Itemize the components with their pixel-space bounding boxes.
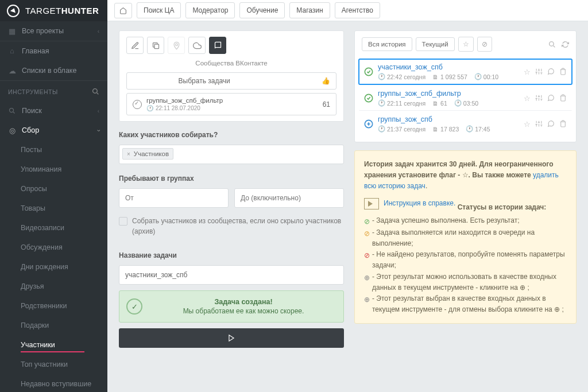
status-done-icon: ⊘: [364, 216, 370, 227]
grid-icon: ▦: [8, 27, 16, 35]
to-input[interactable]: [234, 188, 344, 208]
history-item-title[interactable]: участники_зож_спб: [378, 63, 519, 71]
sidebar-home-label: Главная: [22, 47, 49, 55]
main: Поиск ЦА Модератор Обучение Магазин Аген…: [107, 0, 588, 392]
edit-icon[interactable]: [126, 37, 144, 54]
sidebar-tool-collect[interactable]: ◎ Сбор ‹: [0, 121, 107, 140]
topnav-agency[interactable]: Агентство: [335, 2, 380, 18]
sidebar-tools-header: ИНСТРУМЕНТЫ: [0, 81, 107, 101]
topnav-moderator[interactable]: Модератор: [185, 2, 235, 18]
trash-icon[interactable]: [559, 120, 567, 129]
topnav-training[interactable]: Обучение: [239, 2, 285, 18]
chat-icon[interactable]: [547, 94, 555, 103]
sliders-icon[interactable]: [535, 120, 543, 129]
history-tab-all[interactable]: Вся история: [362, 37, 412, 51]
history-item[interactable]: участники_зож_спб🕐22:42 сегодня🗎1 092 55…: [358, 59, 572, 85]
trash-icon[interactable]: [559, 94, 567, 103]
selected-task-row[interactable]: группы_зож_спб_фильтр 🕐22:11 28.07.2020 …: [126, 93, 336, 115]
select-tasks-button[interactable]: Выбрать задачи 👍: [126, 72, 336, 90]
sliders-icon[interactable]: [535, 68, 543, 76]
clock-icon: 🕐: [378, 99, 385, 107]
star-icon[interactable]: ☆: [458, 37, 474, 52]
help-video-link[interactable]: Инструкция в справке.: [384, 198, 455, 209]
target-icon: ◎: [8, 126, 16, 134]
book-icon[interactable]: [209, 37, 226, 54]
task-name-input[interactable]: [119, 265, 344, 285]
search-icon[interactable]: [548, 41, 556, 48]
sidebar-cloud-lists-label: Списки в облаке: [22, 67, 76, 75]
doc-icon: 🗎: [432, 100, 439, 107]
history-tab-current[interactable]: Текущий: [416, 37, 455, 51]
circle-slash-icon[interactable]: ⊘: [477, 37, 492, 52]
chat-icon[interactable]: [547, 120, 555, 129]
clock-icon: 🕐: [466, 125, 473, 133]
check-circle-icon: [364, 94, 373, 103]
member-type-input[interactable]: × Участников: [119, 145, 344, 164]
sidebar-projects-label: Все проекты: [22, 27, 64, 35]
sidebar-sub-item[interactable]: Дни рождения: [0, 257, 107, 277]
clock-icon: 🕐: [378, 73, 385, 80]
cloud-icon: ☁: [8, 67, 16, 75]
topnav-search-ca[interactable]: Поиск ЦА: [137, 2, 181, 18]
pin-icon: [168, 37, 185, 54]
sidebar-home[interactable]: ⌂ Главная: [0, 41, 107, 61]
sidebar-sub-item[interactable]: Друзья: [0, 277, 107, 296]
status-header: Статусы в истории задач:: [458, 203, 547, 211]
task-name: группы_зож_спб_фильтр: [146, 97, 323, 104]
sidebar-sub-item[interactable]: Упоминания: [0, 160, 107, 179]
svg-rect-2: [154, 44, 159, 49]
sidebar-sub-item[interactable]: Посты: [0, 140, 107, 160]
clock-icon: 🕐: [378, 125, 385, 133]
label-stay-in-groups: Пребывают в группах: [119, 174, 344, 183]
sidebar-projects[interactable]: ▦ Все проекты ‹: [0, 21, 107, 41]
home-button[interactable]: [114, 3, 132, 18]
sidebar-sub-item[interactable]: Опросы: [0, 179, 107, 199]
cloud-icon[interactable]: [188, 37, 206, 54]
chat-icon[interactable]: [547, 68, 555, 76]
logo[interactable]: TARGETHUNTER: [0, 0, 107, 21]
sidebar-sub-item[interactable]: Товары: [0, 199, 107, 218]
sidebar-sub-item[interactable]: Участники: [0, 335, 107, 355]
svg-point-5: [550, 41, 554, 46]
chip-members[interactable]: × Участников: [122, 148, 173, 160]
sidebar-sub-item[interactable]: Родственники: [0, 296, 107, 316]
copy-icon[interactable]: [147, 37, 164, 54]
refresh-icon[interactable]: [562, 41, 569, 48]
sidebar-sub-item[interactable]: Топ участники: [0, 355, 107, 374]
sidebar-tool-search-label: Поиск: [22, 107, 42, 115]
star-icon[interactable]: ☆: [524, 94, 531, 103]
logo-text: TARGETHUNTER: [25, 6, 99, 15]
search-icon[interactable]: [92, 88, 99, 95]
chevron-down-icon: ‹: [95, 129, 102, 131]
svg-marker-4: [229, 335, 234, 341]
chip-close-icon[interactable]: ×: [127, 151, 130, 157]
history-item[interactable]: группы_зож_спб🕐21:37 сегодня🗎17 823🕐17:4…: [358, 111, 572, 137]
history-item-title[interactable]: группы_зож_спб: [378, 115, 519, 123]
label-which-members: Каких участников собирать?: [119, 131, 344, 139]
sidebar-sub-item[interactable]: Подарки: [0, 316, 107, 335]
check-circle-icon: [364, 67, 373, 76]
source-section-title: Сообщества ВКонтакте: [119, 60, 343, 72]
clock-icon: 🕐: [146, 105, 153, 111]
sliders-icon[interactable]: [535, 94, 543, 103]
topbar: Поиск ЦА Модератор Обучение Магазин Аген…: [107, 0, 588, 21]
video-icon: [364, 198, 379, 209]
sidebar-sub-item[interactable]: Обсуждения: [0, 238, 107, 257]
run-button[interactable]: [119, 328, 344, 348]
sidebar-tool-search[interactable]: Поиск ‹: [0, 101, 107, 121]
star-icon[interactable]: ☆: [524, 68, 531, 76]
from-input[interactable]: [119, 188, 229, 208]
sidebar-cloud-lists[interactable]: ☁ Списки в облаке: [0, 61, 107, 80]
archive-checkbox[interactable]: Собрать участников из сообщества, если о…: [119, 216, 344, 236]
topnav-shop[interactable]: Магазин: [289, 2, 330, 18]
history-item[interactable]: группы_зож_спб_фильтр🕐22:11 сегодня🗎61🕐0…: [358, 85, 572, 111]
status-plus-icon: ⊕: [364, 273, 370, 284]
trash-icon[interactable]: [559, 68, 567, 76]
doc-icon: 🗎: [432, 73, 439, 80]
star-icon[interactable]: ☆: [524, 120, 531, 129]
sidebar-sub-item[interactable]: Видеозаписи: [0, 218, 107, 238]
history-item-title[interactable]: группы_зож_спб_фильтр: [378, 90, 519, 98]
search-icon: [8, 107, 16, 115]
check-circle-icon: ✓: [126, 298, 142, 315]
sidebar-sub-item[interactable]: Недавно вступившие: [0, 374, 107, 392]
